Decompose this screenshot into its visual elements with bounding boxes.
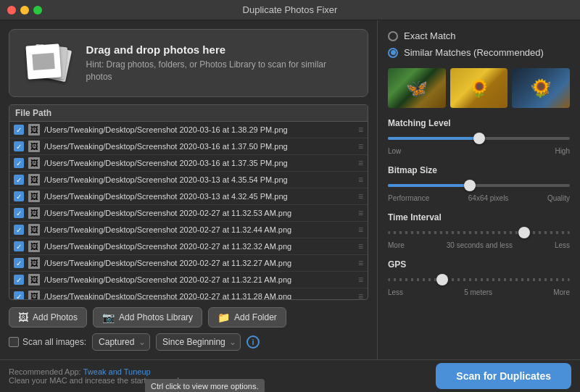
file-drag-handle: ≡ (358, 208, 363, 218)
exact-match-label: Exact Match (404, 30, 456, 41)
file-icon (28, 241, 40, 252)
maximize-button[interactable] (33, 6, 42, 14)
gps-labels: Less 5 meters More (388, 288, 570, 296)
file-row[interactable]: /Users/Tweaking/Desktop/Screenshot 2020-… (9, 272, 368, 288)
sample-image-sunflower (450, 68, 508, 108)
file-icon (28, 274, 40, 285)
bitmap-size-left: Performance (388, 194, 429, 202)
file-drag-handle: ≡ (358, 241, 363, 251)
file-checkbox[interactable] (14, 125, 24, 135)
file-checkbox[interactable] (14, 191, 24, 201)
bitmap-size-label: Bitmap Size (388, 165, 570, 175)
file-checkbox[interactable] (14, 241, 24, 251)
file-list-container: File Path /Users/Tweaking/Desktop/Screen… (9, 104, 368, 300)
matching-level-track[interactable] (388, 137, 570, 140)
sample-image-butterfly (388, 68, 446, 108)
file-name: /Users/Tweaking/Desktop/Screenshot 2020-… (44, 275, 291, 284)
bitmap-size-thumb[interactable] (464, 180, 476, 191)
photo-card-front (25, 43, 61, 79)
add-folder-label: Add Folder (234, 312, 277, 322)
bottom-controls: 🖼 Add Photos 📷 Add Photos Library 📁 Add … (9, 307, 368, 351)
similar-match-label: Similar Matches (Recommended) (404, 47, 544, 58)
time-interval-labels: More 30 seconds and less Less (388, 241, 570, 249)
drop-heading: Drag and drop photos here (86, 43, 353, 56)
file-checkbox[interactable] (14, 208, 24, 218)
add-photos-library-label: Add Photos Library (119, 312, 193, 322)
file-drag-handle: ≡ (358, 291, 363, 299)
file-row[interactable]: /Users/Tweaking/Desktop/Screenshot 2020-… (9, 205, 368, 222)
bitmap-size-fill (388, 184, 470, 187)
file-list[interactable]: /Users/Tweaking/Desktop/Screenshot 2020-… (9, 122, 368, 299)
file-row[interactable]: /Users/Tweaking/Desktop/Screenshot 2020-… (9, 188, 368, 205)
matching-level-label: Matching Level (388, 118, 570, 128)
drop-zone[interactable]: Drag and drop photos here Hint: Drag pho… (9, 29, 368, 97)
info-icon[interactable]: i (246, 335, 260, 349)
time-interval-track[interactable] (388, 231, 570, 234)
add-photos-library-icon: 📷 (102, 312, 115, 323)
file-icon (28, 191, 40, 202)
file-row[interactable]: /Users/Tweaking/Desktop/Screenshot 2020-… (9, 222, 368, 238)
recommended-label: Recommended App: (9, 367, 81, 376)
captured-select-wrapper: Captured Modified All (92, 333, 150, 351)
file-icon (28, 257, 40, 269)
footer-left: Recommended App: Tweak and Tuneup Clean … (9, 367, 181, 385)
similar-match-radio[interactable] (388, 48, 398, 58)
file-checkbox[interactable] (14, 275, 24, 285)
right-panel: Exact Match Similar Matches (Recommended… (377, 20, 580, 359)
main-layout: Drag and drop photos here Hint: Drag pho… (0, 20, 580, 359)
bitmap-size-track[interactable] (388, 184, 570, 187)
file-row[interactable]: /Users/Tweaking/Desktop/Screenshot 2020-… (9, 122, 368, 138)
bitmap-size-section: Bitmap Size Performance 64x64 pixels Qua… (388, 165, 570, 202)
gps-track[interactable] (388, 278, 570, 281)
time-interval-thumb[interactable] (518, 227, 530, 238)
file-icon (28, 124, 40, 135)
file-row[interactable]: /Users/Tweaking/Desktop/Screenshot 2020-… (9, 155, 368, 172)
scan-all-text: Scan all images: (22, 337, 86, 347)
exact-match-option[interactable]: Exact Match (388, 30, 570, 41)
file-checkbox[interactable] (14, 258, 24, 268)
add-photos-button[interactable]: 🖼 Add Photos (9, 307, 87, 328)
file-drag-handle: ≡ (358, 275, 363, 285)
scan-button[interactable]: Scan for Duplicates (436, 363, 571, 389)
matching-level-thumb[interactable] (473, 133, 485, 144)
matching-level-high: High (555, 147, 570, 155)
file-name: /Users/Tweaking/Desktop/Screenshot 2020-… (44, 209, 291, 217)
file-checkbox[interactable] (14, 175, 24, 185)
scan-all-label[interactable]: Scan all images: (9, 337, 86, 347)
matching-level-labels: Low High (388, 147, 570, 155)
file-drag-handle: ≡ (358, 125, 363, 135)
add-folder-button[interactable]: 📁 Add Folder (208, 307, 286, 328)
file-row[interactable]: /Users/Tweaking/Desktop/Screenshot 2020-… (9, 288, 368, 299)
file-drag-handle: ≡ (358, 225, 363, 235)
file-icon (28, 291, 40, 299)
file-name: /Users/Tweaking/Desktop/Screenshot 2020-… (44, 242, 291, 251)
file-name: /Users/Tweaking/Desktop/Screenshot 2020-… (44, 142, 288, 151)
captured-select[interactable]: Captured Modified All (92, 333, 150, 351)
file-checkbox[interactable] (14, 291, 24, 299)
file-drag-handle: ≡ (358, 191, 363, 201)
file-row[interactable]: /Users/Tweaking/Desktop/Screenshot 2020-… (9, 172, 368, 188)
file-checkbox[interactable] (14, 225, 24, 235)
close-button[interactable] (7, 6, 16, 14)
add-photos-library-button[interactable]: 📷 Add Photos Library (93, 307, 202, 328)
sample-images: 🦋 (388, 68, 570, 108)
scan-all-checkbox[interactable] (9, 337, 19, 347)
since-select[interactable]: Since Beginning Last Week Last Month Las… (156, 333, 241, 351)
file-row[interactable]: /Users/Tweaking/Desktop/Screenshot 2020-… (9, 255, 368, 272)
bitmap-size-center: 64x64 pixels (468, 194, 509, 202)
file-row[interactable]: /Users/Tweaking/Desktop/Screenshot 2020-… (9, 138, 368, 155)
file-name: /Users/Tweaking/Desktop/Screenshot 2020-… (44, 292, 291, 299)
file-name: /Users/Tweaking/Desktop/Screenshot 2020-… (44, 159, 288, 167)
file-row[interactable]: /Users/Tweaking/Desktop/Screenshot 2020-… (9, 238, 368, 255)
similar-match-option[interactable]: Similar Matches (Recommended) (388, 47, 570, 58)
gps-thumb[interactable] (436, 274, 448, 285)
recommended-link[interactable]: Tweak and Tuneup (83, 367, 151, 376)
minimize-button[interactable] (20, 6, 29, 14)
time-interval-left: More (388, 241, 405, 249)
titlebar: Duplicate Photos Fixer (0, 0, 580, 20)
time-interval-right: Less (555, 241, 570, 249)
exact-match-radio[interactable] (388, 31, 398, 41)
file-checkbox[interactable] (14, 141, 24, 151)
time-interval-label: Time Interval (388, 212, 570, 222)
file-checkbox[interactable] (14, 158, 24, 168)
